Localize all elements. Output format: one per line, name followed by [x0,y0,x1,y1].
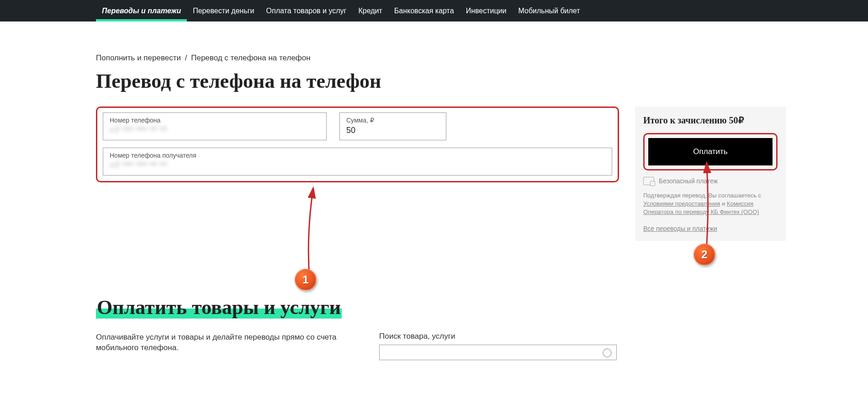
pay-goods-section: Оплатить товары и услуги Оплачивайте усл… [96,296,786,360]
breadcrumb-sep: / [185,53,187,62]
pay-goods-desc: Оплачивайте услуги и товары и делайте пе… [96,332,343,354]
pay-goods-title: Оплатить товары и услуги [96,296,342,319]
nav-item-credit[interactable]: Кредит [352,0,388,21]
amount-value: 50 [346,126,439,135]
breadcrumb-parent[interactable]: Пополнить и перевести [96,53,181,62]
phone-from-value: +7 *** *** ** ** [110,126,320,135]
secure-payment-label: Безопасный платеж [659,177,718,185]
page-title: Перевод с телефона на телефон [96,69,786,93]
transfer-sidebar: Итого к зачислению 50₽ Оплатить Безопасн… [635,106,786,241]
nav-item-send-money[interactable]: Перевести деньги [187,0,260,21]
all-transfers-link[interactable]: Все переводы и платежи [643,225,717,232]
search-label: Поиск товара, услуги [379,332,786,341]
nav-item-pay-goods[interactable]: Оплата товаров и услуг [260,0,353,21]
annotation-badge-1: 1 [295,269,317,291]
annotation-badge-2: 2 [693,244,715,266]
nav-item-invest[interactable]: Инвестиции [460,0,513,21]
search-input[interactable] [379,345,617,360]
pay-highlight-box: Оплатить [643,133,778,170]
terms-link-conditions[interactable]: Условиями предоставления [643,200,720,207]
pay-button[interactable]: Оплатить [648,138,773,165]
breadcrumb: Пополнить и перевести / Перевод с телефо… [96,53,786,63]
top-nav: Переводы и платежи Перевести деньги Опла… [0,0,868,21]
nav-item-transfers[interactable]: Переводы и платежи [96,0,187,21]
total-amount: Итого к зачислению 50₽ [643,115,778,126]
phone-to-value: +7 *** *** ** ** [110,161,605,170]
nav-item-card[interactable]: Банковская карта [388,0,460,21]
form-highlight-box: Номер телефона +7 *** *** ** ** Сумма, ₽… [96,106,619,182]
nav-item-mobile-ticket[interactable]: Мобильный билет [512,0,586,21]
phone-from-label: Номер телефона [110,117,320,124]
transfer-form: Номер телефона +7 *** *** ** ** Сумма, ₽… [96,106,619,241]
amount-input[interactable]: Сумма, ₽ 50 [339,112,446,140]
phone-to-input[interactable]: Номер телефона получателя +7 *** *** ** … [103,148,612,176]
phone-from-input[interactable]: Номер телефона +7 *** *** ** ** [103,112,327,140]
phone-to-label: Номер телефона получателя [110,152,605,159]
secure-payment-icon [643,177,654,185]
amount-label: Сумма, ₽ [346,117,439,124]
breadcrumb-current: Перевод с телефона на телефон [191,53,311,62]
secure-payment-row: Безопасный платеж [643,177,778,185]
terms-text: Подтверждая перевод, Вы соглашаетесь с У… [643,192,778,217]
